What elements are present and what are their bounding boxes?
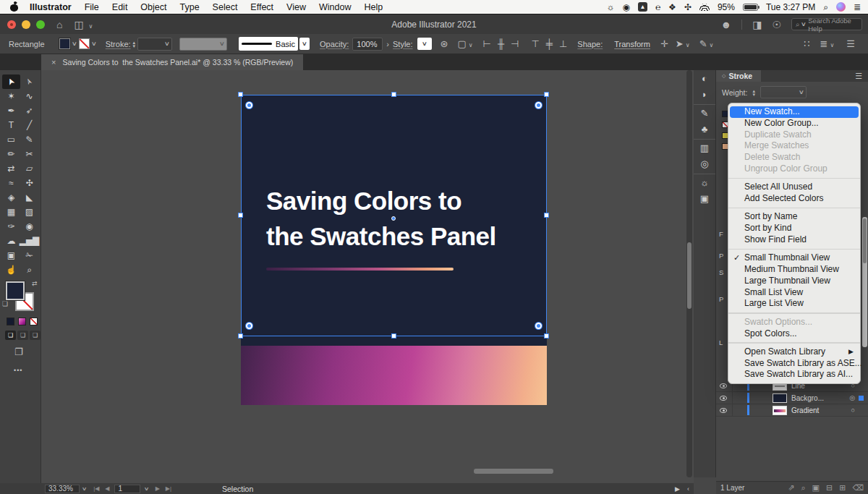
color-guide-icon[interactable]: ◗ — [702, 90, 707, 99]
delete-layer-icon[interactable]: ⌫ — [852, 483, 864, 493]
new-sublayer-icon[interactable]: ⊟ — [826, 483, 833, 493]
pencil-tool[interactable]: ✏ — [2, 147, 20, 161]
menu-item-select-all-unused[interactable]: Select All Unused — [728, 182, 860, 193]
color-mode-none[interactable] — [30, 318, 38, 325]
menu-item-new-swatch[interactable]: New Swatch... — [730, 106, 859, 118]
battery-icon[interactable] — [743, 4, 758, 11]
draw-behind-mode[interactable]: ❏ — [17, 331, 28, 340]
artboard-chevron-icon[interactable]: ∨ — [143, 486, 149, 492]
scale-options-icon[interactable]: ✛ — [660, 38, 668, 49]
zoom-level-field[interactable]: 33.33% — [45, 485, 80, 493]
selection-tool[interactable]: ➤ — [2, 74, 20, 89]
type-tool[interactable]: T — [2, 118, 20, 132]
layer-row-gradient[interactable]: Gradient○ — [716, 404, 868, 417]
selection-handle[interactable] — [391, 92, 396, 97]
last-artboard-icon[interactable]: ▶| — [166, 485, 171, 492]
transform-link[interactable]: Transform — [614, 40, 650, 48]
eyedropper-tool[interactable]: ✑ — [2, 219, 20, 234]
next-artboard-icon[interactable]: ▶ — [156, 485, 160, 492]
siri-icon[interactable] — [836, 2, 846, 12]
menu-item-add-selected-colors[interactable]: Add Selected Colors — [728, 193, 860, 205]
recolor-artwork-icon[interactable]: ⊛ — [441, 38, 448, 49]
menu-object[interactable]: Object — [134, 2, 173, 12]
corner-widget[interactable] — [246, 102, 252, 108]
menu-file[interactable]: File — [78, 2, 106, 12]
document-setup-icon[interactable]: ▢∨ — [457, 38, 475, 49]
menu-item-large-list-view[interactable]: Large List View — [728, 298, 860, 310]
corner-widget[interactable] — [535, 102, 542, 108]
style-dropdown[interactable]: ∨ — [417, 38, 432, 50]
weight-stepper[interactable]: ▴▾ — [752, 89, 755, 96]
visibility-eye-icon[interactable] — [720, 396, 727, 401]
share-document-icon[interactable]: ☻ — [720, 19, 731, 30]
scrollbar-thumb[interactable] — [474, 469, 553, 474]
align-middle-icon[interactable]: ╪ — [546, 38, 553, 49]
default-fill-stroke-icon[interactable]: ❏ — [2, 300, 8, 307]
layer-thumbnail[interactable] — [773, 393, 787, 403]
blend-tool[interactable]: ◉ — [20, 219, 38, 234]
select-similar-icon[interactable]: ➤∨ — [676, 38, 692, 49]
stroke-color-chip[interactable] — [79, 38, 90, 49]
menu-type[interactable]: Type — [174, 2, 206, 12]
curvature-tool[interactable]: ➶ — [20, 103, 38, 118]
selection-bounding-box[interactable] — [241, 95, 547, 336]
artboard[interactable]: Saving Colors to the Swatches Panel — [241, 95, 547, 405]
brush-definition-dropdown[interactable]: Basic — [239, 37, 298, 51]
opacity-more-arrow[interactable]: › — [386, 40, 389, 48]
chevron-down-icon[interactable]: ∨ — [91, 41, 97, 47]
zoom-window-button[interactable] — [36, 20, 45, 29]
workspace-icon[interactable]: ◫ ∨ — [74, 19, 95, 30]
paintbrush-tool[interactable]: ✎ — [20, 132, 38, 147]
weight-dropdown[interactable]: ∨ — [760, 86, 807, 98]
status-play-icon[interactable]: ▶ — [675, 485, 680, 493]
perspective-grid-tool[interactable]: ◣ — [20, 190, 38, 205]
graphic-styles-panel-icon[interactable]: ▣ — [700, 194, 709, 203]
draw-inside-mode[interactable]: ❏ — [30, 331, 41, 340]
puppet-warp-tool[interactable]: ✣ — [20, 176, 38, 190]
dropbox-icon[interactable]: ❖ — [668, 3, 676, 12]
layer-name[interactable]: Gradient — [791, 406, 819, 414]
layer-name[interactable]: Backgro... — [791, 394, 824, 402]
selection-handle[interactable] — [238, 333, 243, 338]
prev-artboard-icon[interactable]: ◀ — [105, 485, 109, 492]
chevron-down-icon[interactable]: ∨ — [72, 41, 77, 47]
battery-percent[interactable]: 95% — [718, 2, 735, 12]
mesh-tool[interactable]: ▦ — [2, 205, 20, 219]
layer-target-icon[interactable]: ◎ — [849, 394, 855, 401]
reflect-tool[interactable]: ⇄ — [2, 161, 20, 176]
spotlight-icon[interactable]: ⌕ — [823, 3, 828, 12]
corner-widget[interactable] — [535, 323, 542, 329]
stroke-panel-menu-icon[interactable]: ☰ — [855, 72, 862, 81]
symbols-panel-icon[interactable]: ♣ — [702, 124, 708, 134]
creative-cloud-icon[interactable]: ◉ — [622, 3, 629, 12]
menu-item-new-color-group[interactable]: New Color Group... — [728, 118, 860, 129]
zoom-tool[interactable]: ⌕ — [20, 263, 38, 277]
gradient-rectangle[interactable] — [241, 346, 547, 405]
sparkle-icon[interactable]: ✣ — [684, 3, 692, 12]
visibility-eye-icon[interactable] — [720, 408, 727, 413]
align-center-icon[interactable]: ╫ — [498, 38, 504, 49]
collapse-arrow-icon[interactable]: ‹ — [687, 485, 689, 493]
menu-item-medium-thumbnail-view[interactable]: Medium Thumbnail View — [728, 264, 860, 276]
artboard-number-field[interactable]: 1 — [114, 485, 140, 493]
align-right-icon[interactable]: ⊣ — [511, 38, 519, 49]
menu-item-small-thumbnail-view[interactable]: ✓Small Thumbnail View — [728, 252, 860, 264]
fill-swatch[interactable] — [6, 281, 25, 300]
menu-item-sort-by-name[interactable]: Sort by Name — [728, 211, 860, 223]
stroke-weight-dropdown[interactable]: ∨ — [137, 38, 172, 51]
opacity-label[interactable]: Opacity: — [320, 40, 349, 48]
corner-widget[interactable] — [246, 323, 252, 329]
screen-mode-icon[interactable]: ❐ — [14, 346, 23, 357]
visibility-eye-icon[interactable] — [720, 383, 727, 388]
menu-help[interactable]: Help — [357, 2, 389, 12]
menu-illustrator[interactable]: Illustrator — [23, 2, 78, 12]
evernote-icon[interactable]: ℮ — [655, 3, 660, 12]
column-graph-tool[interactable]: ▂▅▇ — [20, 234, 38, 248]
opacity-field[interactable]: 100% — [352, 38, 383, 51]
menu-item-save-swatch-library-as-ase[interactable]: Save Swatch Library as ASE... — [728, 358, 860, 370]
draw-normal-mode[interactable]: ❏ — [5, 331, 16, 340]
triangle-app-icon[interactable]: ▲ — [638, 2, 647, 12]
slice-tool[interactable]: ✁ — [20, 248, 38, 263]
color-mode-fill[interactable] — [7, 318, 14, 325]
arrange-documents-icon[interactable]: ◨ — [752, 19, 762, 30]
